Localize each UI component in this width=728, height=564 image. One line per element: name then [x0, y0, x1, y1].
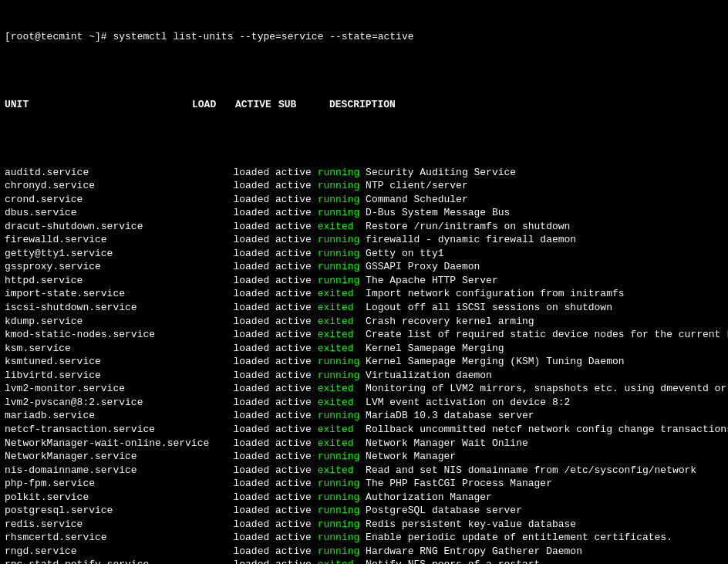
cell-sub: running	[318, 545, 366, 557]
cell-desc: Getty on tty1	[366, 248, 443, 259]
prompt-line: [root@tecmint ~]# systemctl list-units -…	[5, 30, 723, 44]
cell-unit: ksm.service	[5, 343, 233, 354]
cell-desc: LVM event activation on device 8:2	[366, 397, 570, 408]
cell-unit: auditd.service	[5, 167, 233, 178]
cell-sub: exited	[318, 383, 366, 394]
cell-active: active	[275, 261, 318, 272]
table-row: polkit.service loaded active running Aut…	[5, 491, 723, 505]
table-header: UNITLOADACTIVESUBDESCRIPTION	[5, 98, 723, 112]
cell-active: active	[275, 370, 318, 381]
cell-desc: Kernel Samepage Merging	[366, 343, 504, 354]
cell-desc: The PHP FastCGI Process Manager	[366, 478, 552, 489]
cell-active: active	[275, 167, 318, 178]
cell-sub: exited	[318, 437, 366, 449]
cell-sub: running	[318, 532, 366, 543]
cell-sub: running	[318, 356, 366, 367]
cell-desc: MariaDB 10.3 database server	[366, 410, 534, 421]
table-row: nis-domainname.service loaded active exi…	[5, 464, 723, 478]
cell-load: loaded	[233, 248, 275, 259]
cell-active: active	[275, 518, 318, 530]
cell-active: active	[275, 424, 318, 435]
cell-load: loaded	[233, 505, 275, 516]
cell-unit: dbus.service	[5, 207, 233, 218]
cell-unit: gssproxy.service	[5, 261, 233, 272]
cell-active: active	[275, 288, 318, 299]
cell-active: active	[275, 559, 318, 564]
cell-desc: NTP client/server	[366, 180, 468, 191]
cell-sub: running	[318, 248, 366, 259]
table-row: import-state.service loaded active exite…	[5, 287, 723, 301]
cell-desc: Redis persistent key-value database	[366, 518, 576, 530]
cell-sub: running	[318, 370, 366, 381]
cell-sub: exited	[318, 329, 366, 340]
cell-desc: Network Manager	[366, 451, 456, 462]
table-row: dracut-shutdown.service loaded active ex…	[5, 220, 723, 234]
cell-unit: lvm2-monitor.service	[5, 383, 233, 394]
cell-desc: Enable periodic update of entitlement ce…	[366, 532, 672, 543]
cell-unit: polkit.service	[5, 491, 233, 503]
cell-unit: kdump.service	[5, 316, 233, 327]
header-unit: UNIT	[5, 98, 192, 112]
cell-load: loaded	[233, 424, 275, 435]
cell-unit: dracut-shutdown.service	[5, 221, 233, 232]
table-row: libvirtd.service loaded active running V…	[5, 369, 723, 383]
cell-active: active	[275, 221, 318, 232]
cell-desc: Restore /run/initramfs on shutdown	[366, 221, 570, 232]
cell-active: active	[275, 491, 318, 503]
cell-active: active	[275, 383, 318, 394]
cell-unit: iscsi-shutdown.service	[5, 302, 233, 313]
cell-unit: lvm2-pvscan@8:2.service	[5, 397, 233, 408]
table-row: php-fpm.service loaded active running Th…	[5, 477, 723, 491]
cell-load: loaded	[233, 545, 275, 557]
cell-unit: redis.service	[5, 518, 233, 530]
header-load: LOAD	[192, 98, 235, 112]
cell-load: loaded	[233, 451, 275, 462]
cell-desc: Read and set NIS domainname from /etc/sy…	[366, 464, 696, 476]
table-row: NetworkManager.service loaded active run…	[5, 450, 723, 464]
cell-sub: running	[318, 180, 366, 191]
table-row: lvm2-pvscan@8:2.service loaded active ex…	[5, 396, 723, 410]
cell-sub: running	[318, 207, 366, 218]
table-row: auditd.service loaded active running Sec…	[5, 166, 723, 180]
table-row: chronyd.service loaded active running NT…	[5, 179, 723, 193]
table-row: crond.service loaded active running Comm…	[5, 193, 723, 207]
cell-load: loaded	[233, 370, 275, 381]
cell-unit: postgresql.service	[5, 505, 233, 516]
table-row: ksmtuned.service loaded active running K…	[5, 355, 723, 369]
cell-load: loaded	[233, 302, 275, 313]
cell-unit: chronyd.service	[5, 180, 233, 191]
cell-active: active	[275, 478, 318, 489]
cell-load: loaded	[233, 275, 275, 286]
table-row: getty@tty1.service loaded active running…	[5, 247, 723, 261]
cell-unit: NetworkManager.service	[5, 451, 233, 462]
cell-active: active	[275, 397, 318, 408]
cell-unit: firewalld.service	[5, 234, 233, 245]
cell-unit: rpc-statd-notify.service	[5, 559, 233, 564]
cell-active: active	[275, 329, 318, 340]
cell-desc: PostgreSQL database server	[366, 505, 522, 516]
cell-unit: libvirtd.service	[5, 370, 233, 381]
cell-sub: running	[318, 451, 366, 462]
cell-load: loaded	[233, 329, 275, 340]
cell-desc: Virtualization daemon	[366, 370, 492, 381]
table-row: ksm.service loaded active exited Kernel …	[5, 342, 723, 356]
cell-desc: Command Scheduler	[366, 194, 468, 205]
table-row: netcf-transaction.service loaded active …	[5, 423, 723, 437]
cell-load: loaded	[233, 464, 275, 476]
cell-active: active	[275, 234, 318, 245]
cell-desc: The Apache HTTP Server	[366, 275, 498, 286]
cell-load: loaded	[233, 532, 275, 543]
cell-load: loaded	[233, 478, 275, 489]
header-sub: SUB	[278, 98, 329, 112]
cell-desc: Rollback uncommitted netcf network confi…	[366, 424, 728, 435]
cell-unit: import-state.service	[5, 288, 233, 299]
cell-desc: Import network configuration from initra…	[366, 288, 624, 299]
cell-desc: Monitoring of LVM2 mirrors, snapshots et…	[366, 383, 728, 394]
cell-load: loaded	[233, 288, 275, 299]
cell-sub: running	[318, 505, 366, 516]
cell-sub: exited	[318, 343, 366, 354]
cell-sub: exited	[318, 288, 366, 299]
cell-desc: GSSAPI Proxy Daemon	[366, 261, 480, 272]
cell-active: active	[275, 451, 318, 462]
table-row: lvm2-monitor.service loaded active exite…	[5, 382, 723, 396]
